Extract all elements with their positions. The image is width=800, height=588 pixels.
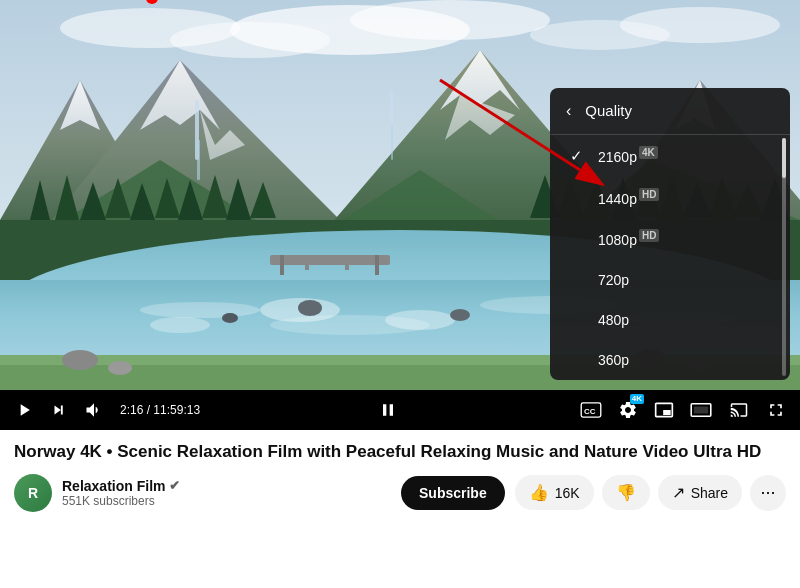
fullscreen-button[interactable] — [762, 396, 790, 424]
dislike-icon: 👎 — [616, 483, 636, 502]
svg-point-52 — [385, 310, 455, 330]
miniplayer-icon — [654, 400, 674, 420]
controls-bar: 2:16 / 11:59:13 CC 4K — [0, 390, 800, 430]
channel-name-text: Relaxation Film — [62, 478, 165, 494]
quality-badge-1440p: HD — [639, 188, 659, 201]
more-button[interactable]: ··· — [750, 475, 786, 511]
svg-point-56 — [222, 313, 238, 323]
captions-icon: CC — [580, 402, 602, 418]
svg-point-65 — [108, 361, 132, 375]
share-icon: ↗ — [672, 483, 685, 502]
video-player-container: 2:16 / 11:59:13 CC 4K — [0, 0, 800, 512]
next-icon — [50, 401, 68, 419]
theater-icon — [690, 402, 712, 418]
svg-point-53 — [150, 317, 210, 333]
quality-menu: ‹ Quality ✓ 2160p4K 1440pHD 1080pHD 720p — [550, 88, 790, 380]
svg-rect-23 — [391, 125, 393, 160]
miniplayer-button[interactable] — [650, 396, 678, 424]
next-button[interactable] — [46, 397, 72, 423]
svg-point-64 — [62, 350, 98, 370]
svg-text:CC: CC — [584, 407, 596, 416]
svg-point-3 — [350, 0, 550, 40]
quality-menu-scroll-thumb — [782, 138, 786, 178]
quality-option-1440p[interactable]: 1440pHD — [550, 177, 790, 219]
back-arrow[interactable]: ‹ — [566, 102, 571, 120]
svg-rect-61 — [345, 255, 349, 270]
volume-button[interactable] — [80, 396, 108, 424]
quality-badge-1080p: HD — [639, 229, 659, 242]
quality-label-480p: 480p — [598, 312, 629, 328]
theater-button[interactable] — [686, 398, 716, 422]
svg-point-6 — [620, 7, 780, 43]
share-button[interactable]: ↗ Share — [658, 475, 742, 510]
quality-badge: 4K — [630, 394, 644, 404]
dislike-button[interactable]: 👎 — [602, 475, 650, 510]
cast-button[interactable] — [724, 397, 754, 423]
video-info: Norway 4K • Scenic Relaxation Film with … — [0, 430, 800, 512]
pause-button[interactable] — [374, 396, 402, 424]
channel-avatar[interactable]: R — [14, 474, 52, 512]
video-title: Norway 4K • Scenic Relaxation Film with … — [14, 440, 786, 464]
quality-label-2160p: 2160p4K — [598, 147, 658, 165]
quality-option-2160p[interactable]: ✓ 2160p4K — [550, 135, 790, 177]
quality-label-720p: 720p — [598, 272, 629, 288]
channel-name: Relaxation Film ✔ — [62, 478, 391, 494]
play-button[interactable] — [10, 396, 38, 424]
settings-wrapper: 4K — [614, 396, 642, 424]
pause-icon — [378, 400, 398, 420]
quality-option-480p[interactable]: 480p — [550, 300, 790, 340]
svg-point-5 — [60, 8, 240, 48]
quality-menu-scrollbar[interactable] — [782, 138, 786, 376]
time-display: 2:16 / 11:59:13 — [120, 403, 200, 417]
play-icon — [14, 400, 34, 420]
quality-menu-title: Quality — [585, 102, 632, 119]
svg-rect-58 — [280, 255, 284, 275]
quality-option-360p[interactable]: 360p — [550, 340, 790, 380]
svg-rect-59 — [375, 255, 379, 275]
more-icon: ··· — [760, 482, 775, 503]
subscribe-button[interactable]: Subscribe — [401, 476, 505, 510]
quality-label-1080p: 1080pHD — [598, 230, 659, 248]
action-buttons: 👍 16K 👎 ↗ Share ··· — [515, 475, 786, 511]
channel-info: Relaxation Film ✔ 551K subscribers — [62, 478, 391, 508]
quality-label-360p: 360p — [598, 352, 629, 368]
fullscreen-icon — [766, 400, 786, 420]
share-label: Share — [691, 485, 728, 501]
quality-option-720p[interactable]: 720p — [550, 260, 790, 300]
svg-rect-57 — [270, 255, 390, 265]
like-icon: 👍 — [529, 483, 549, 502]
quality-badge-2160p: 4K — [639, 146, 658, 159]
svg-point-54 — [298, 300, 322, 316]
quality-option-1080p[interactable]: 1080pHD — [550, 218, 790, 260]
captions-button[interactable]: CC — [576, 398, 606, 422]
cast-icon — [728, 401, 750, 419]
channel-row: R Relaxation Film ✔ 551K subscribers Sub… — [14, 474, 786, 512]
verified-icon: ✔ — [169, 478, 180, 493]
volume-icon — [84, 400, 104, 420]
like-button[interactable]: 👍 16K — [515, 475, 594, 510]
subscriber-count: 551K subscribers — [62, 494, 391, 508]
svg-rect-21 — [197, 140, 200, 180]
svg-point-55 — [450, 309, 470, 321]
like-count: 16K — [555, 485, 580, 501]
video-area[interactable]: 2:16 / 11:59:13 CC 4K — [0, 0, 800, 430]
svg-rect-71 — [694, 406, 708, 413]
svg-rect-60 — [305, 255, 309, 270]
quality-label-1440p: 1440pHD — [598, 189, 659, 207]
quality-menu-header[interactable]: ‹ Quality — [550, 88, 790, 135]
svg-point-47 — [140, 302, 260, 318]
quality-check-2160p: ✓ — [570, 147, 590, 165]
